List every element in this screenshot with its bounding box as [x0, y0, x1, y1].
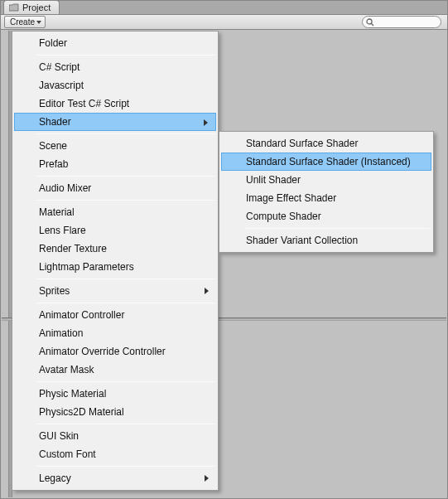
submenu-item-standard-surface-shader[interactable]: Standard Surface Shader — [221, 134, 431, 153]
menu-item-prefab[interactable]: Prefab — [14, 155, 216, 173]
menu-item-legacy[interactable]: Legacy — [14, 469, 216, 487]
menu-item-javascript[interactable]: Javascript — [14, 76, 216, 94]
menu-item-editor-test-script[interactable]: Editor Test C# Script — [14, 94, 216, 113]
menu-separator — [37, 303, 214, 303]
create-button[interactable]: Create — [4, 16, 46, 28]
menu-item-physic-material[interactable]: Physic Material — [14, 385, 216, 403]
create-menu: Folder C# Script Javascript Editor Test … — [12, 31, 219, 491]
project-panel: Project Create Folder C# Script Javascri… — [0, 0, 448, 499]
svg-point-0 — [367, 19, 372, 24]
menu-item-render-texture[interactable]: Render Texture — [14, 240, 216, 258]
menu-item-custom-font[interactable]: Custom Font — [14, 445, 216, 463]
menu-item-animator-controller[interactable]: Animator Controller — [14, 306, 216, 324]
toolbar: Create — [1, 15, 447, 30]
menu-item-material[interactable]: Material — [14, 203, 216, 221]
submenu-item-unlit-shader[interactable]: Unlit Shader — [221, 171, 431, 189]
folder-icon — [9, 3, 19, 12]
menu-separator — [37, 381, 214, 382]
menu-item-scene[interactable]: Scene — [14, 137, 216, 155]
menu-separator — [37, 424, 214, 424]
shader-submenu: Standard Surface Shader Standard Surface… — [219, 131, 434, 253]
menu-item-shader[interactable]: Shader — [14, 113, 216, 131]
menu-separator — [37, 176, 214, 177]
tab-label: Project — [22, 2, 51, 12]
tab-project[interactable]: Project — [3, 0, 60, 14]
submenu-item-standard-surface-shader-instanced[interactable]: Standard Surface Shader (Instanced) — [221, 153, 431, 171]
tab-strip: Project — [1, 1, 447, 15]
menu-item-folder[interactable]: Folder — [14, 34, 216, 52]
menu-separator — [37, 466, 214, 467]
menu-separator — [37, 55, 214, 56]
search-icon — [366, 18, 374, 27]
menu-item-gui-skin[interactable]: GUI Skin — [14, 427, 216, 445]
menu-item-sprites[interactable]: Sprites — [14, 282, 216, 300]
create-label: Create — [10, 17, 35, 27]
svg-line-1 — [371, 23, 373, 26]
menu-item-avatar-mask[interactable]: Avatar Mask — [14, 361, 216, 379]
menu-item-lightmap-parameters[interactable]: Lightmap Parameters — [14, 258, 216, 276]
search-input[interactable] — [362, 16, 441, 28]
menu-separator — [37, 279, 214, 279]
menu-item-csharp-script[interactable]: C# Script — [14, 58, 216, 76]
menu-item-lens-flare[interactable]: Lens Flare — [14, 221, 216, 240]
menu-item-physics2d-material[interactable]: Physics2D Material — [14, 403, 216, 421]
menu-separator — [244, 228, 430, 229]
menu-item-animator-override-controller[interactable]: Animator Override Controller — [14, 342, 216, 361]
submenu-item-shader-variant-collection[interactable]: Shader Variant Collection — [221, 231, 431, 250]
menu-separator — [37, 133, 214, 134]
menu-item-audio-mixer[interactable]: Audio Mixer — [14, 179, 216, 197]
menu-separator — [37, 200, 214, 201]
submenu-item-compute-shader[interactable]: Compute Shader — [221, 207, 431, 225]
submenu-item-image-effect-shader[interactable]: Image Effect Shader — [221, 189, 431, 207]
menu-item-animation[interactable]: Animation — [14, 324, 216, 342]
